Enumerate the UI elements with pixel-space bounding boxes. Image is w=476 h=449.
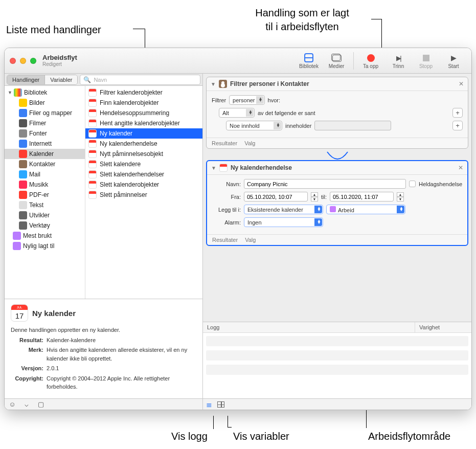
- library-item[interactable]: Internett: [5, 139, 85, 149]
- label: av det følgende er sant: [258, 110, 315, 116]
- category-icon: [19, 99, 27, 107]
- action-label: Nytt påminnelsesobjekt: [100, 150, 163, 158]
- calendar-name-select[interactable]: Arbeid▲▼: [326, 205, 405, 214]
- library-item[interactable]: Fonter: [5, 128, 85, 139]
- allday-checkbox[interactable]: [409, 181, 416, 187]
- calendar-mode-select[interactable]: Eksisterende kalender▲▼: [244, 205, 323, 214]
- toolbar-stop-button[interactable]: Stopp: [413, 51, 439, 70]
- action-item[interactable]: Hent angitte kalenderobjekter: [85, 118, 202, 128]
- toolbar-record-button[interactable]: Ta opp: [358, 51, 383, 70]
- toolbar-label: Trinn: [393, 63, 404, 69]
- calendar-icon: [88, 160, 97, 168]
- action-item[interactable]: Slett kalenderobjekter: [85, 179, 202, 190]
- close-button[interactable]: [10, 58, 16, 64]
- library-item[interactable]: Filer og mapper: [5, 108, 85, 118]
- library-columns: ▼ Bibliotek Bilder Filer og mapper Filme…: [5, 86, 202, 299]
- options-tab[interactable]: Valg: [245, 237, 256, 243]
- titlebar: Arbeidsflyt Redigert Bibliotek Medier Ta…: [5, 48, 471, 74]
- toolbar: Bibliotek Medier Ta opp Trinn Stopp St: [296, 51, 466, 70]
- action-item[interactable]: Nytt påminnelsesobjekt: [85, 149, 202, 159]
- library-item[interactable]: Kalender: [5, 149, 85, 159]
- tab-variables[interactable]: Variabler: [44, 75, 77, 84]
- library-item[interactable]: Tekst: [5, 200, 85, 210]
- toolbar-label: Ta opp: [363, 63, 378, 69]
- actions-column[interactable]: Filtrer kalenderobjekter Finn kalenderob…: [85, 86, 202, 299]
- library-item[interactable]: Mail: [5, 169, 85, 179]
- alarm-select[interactable]: Ingen▲▼: [244, 217, 323, 227]
- card-header[interactable]: ▼ Ny kalenderhendelse ✕: [207, 161, 467, 175]
- library-item[interactable]: Bilder: [5, 98, 85, 108]
- library-item[interactable]: Utvikler: [5, 210, 85, 220]
- smart-folder[interactable]: Mest brukt: [5, 231, 85, 241]
- action-item[interactable]: Slett påminnelser: [85, 190, 202, 200]
- to-stepper[interactable]: ▲▼: [397, 192, 404, 201]
- to-date-input[interactable]: [330, 192, 394, 201]
- add-row-button[interactable]: +: [452, 121, 463, 130]
- toolbar-label: Start: [448, 63, 459, 69]
- log-col-log[interactable]: Logg: [203, 322, 415, 332]
- step-icon: [393, 52, 404, 63]
- desc-label: Resultat:: [11, 336, 47, 345]
- action-item[interactable]: Slett kalenderhendelser: [85, 169, 202, 179]
- show-variables-icon[interactable]: [216, 400, 225, 409]
- traffic-lights: [10, 58, 36, 64]
- segment-control: Handlinger Variabler: [7, 75, 78, 85]
- action-card-new-event[interactable]: ▼ Ny kalenderhendelse ✕ Navn: Heldagshen…: [206, 160, 468, 246]
- library-tree[interactable]: ▼ Bibliotek Bilder Filer og mapper Filme…: [5, 86, 85, 299]
- action-item[interactable]: Ny kalenderhendelse: [85, 139, 202, 149]
- card-footer: Resultater Valg: [207, 138, 468, 148]
- chevron-icon[interactable]: ⌵: [22, 400, 31, 409]
- search-input[interactable]: [94, 77, 197, 83]
- search-field[interactable]: 🔍: [80, 75, 200, 85]
- action-item[interactable]: Filtrer kalenderobjekter: [85, 87, 202, 98]
- tree-label: Filer og mapper: [29, 109, 72, 117]
- tab-actions[interactable]: Handlinger: [7, 75, 44, 84]
- options-tab[interactable]: Valg: [244, 140, 255, 146]
- maximize-button[interactable]: [30, 58, 36, 64]
- card-header[interactable]: ▼ Filtrer personer i Kontakter ✕: [207, 77, 468, 91]
- close-icon[interactable]: ✕: [458, 164, 463, 171]
- results-tab[interactable]: Resultater: [212, 140, 237, 146]
- toolbar-start-button[interactable]: Start: [441, 51, 466, 70]
- action-item[interactable]: Slett kalendere: [85, 159, 202, 169]
- action-item[interactable]: Ny kalender: [85, 128, 202, 139]
- from-date-input[interactable]: [244, 192, 308, 201]
- library-item[interactable]: PDF-er: [5, 190, 85, 200]
- toolbar-media-button[interactable]: Medier: [324, 51, 349, 70]
- callout-line: [228, 427, 232, 428]
- library-item[interactable]: Musikk: [5, 179, 85, 190]
- minimize-button[interactable]: [20, 58, 26, 64]
- expand-icon[interactable]: ▢: [36, 400, 46, 409]
- disclosure-icon[interactable]: ▼: [211, 81, 216, 87]
- toolbar-library-button[interactable]: Bibliotek: [296, 51, 322, 70]
- log-col-duration[interactable]: Varighet: [415, 322, 471, 332]
- callout-list-actions: Liste med handlinger: [6, 23, 101, 37]
- toolbar-step-button[interactable]: Trinn: [386, 51, 411, 70]
- app-window: Arbeidsflyt Redigert Bibliotek Medier Ta…: [4, 48, 472, 410]
- action-card-filter-contacts[interactable]: ▼ Filtrer personer i Kontakter ✕ Filtrer…: [206, 77, 468, 149]
- show-log-icon[interactable]: [206, 400, 212, 409]
- library-root[interactable]: ▼ Bibliotek: [5, 87, 85, 98]
- feedback-icon[interactable]: [8, 400, 17, 409]
- disclosure-icon[interactable]: ▼: [8, 90, 12, 95]
- calendar-icon: [88, 109, 97, 117]
- filter-select[interactable]: personer▲▼: [229, 95, 264, 105]
- disclosure-icon[interactable]: ▼: [211, 165, 216, 171]
- folder-icon: [13, 232, 21, 240]
- add-condition-button[interactable]: +: [452, 108, 463, 118]
- close-icon[interactable]: ✕: [459, 80, 464, 87]
- label: Navn:: [212, 181, 241, 187]
- action-item[interactable]: Hendelsesoppsummering: [85, 108, 202, 118]
- results-tab[interactable]: Resultater: [212, 237, 238, 243]
- action-item[interactable]: Finn kalenderobjekter: [85, 98, 202, 108]
- from-stepper[interactable]: ▲▼: [311, 192, 318, 201]
- value-input[interactable]: [314, 121, 391, 130]
- event-name-input[interactable]: [244, 179, 406, 189]
- library-item[interactable]: Kontakter: [5, 159, 85, 169]
- field-select[interactable]: Noe innhold▲▼: [226, 121, 282, 130]
- smart-folder[interactable]: Nylig lagt til: [5, 241, 85, 251]
- library-item[interactable]: Filmer: [5, 118, 85, 128]
- workflow-scroll[interactable]: ▼ Filtrer personer i Kontakter ✕ Filtrer…: [203, 74, 471, 322]
- condition-all-select[interactable]: Alt▲▼: [219, 108, 255, 118]
- library-item[interactable]: Verktøy: [5, 220, 85, 231]
